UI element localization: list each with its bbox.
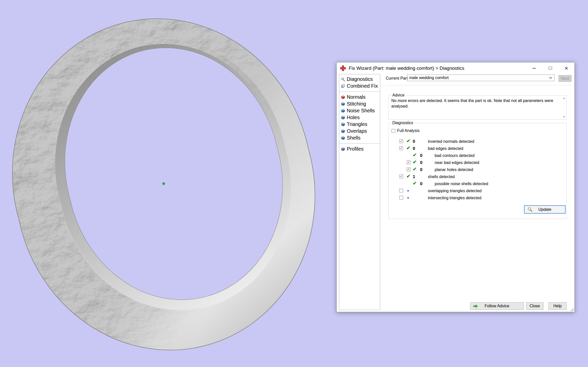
sidebar-item-noise-shells[interactable]: Noise Shells (339, 107, 380, 114)
sidebar-item-combined-fix[interactable]: Combined Fix (339, 83, 380, 89)
dialog-titlebar[interactable]: Fix Wizard (Part: male wedding comfort) … (337, 62, 574, 74)
row-label: intersecting triangles detected (428, 196, 481, 200)
minimize-button[interactable] (526, 62, 542, 74)
row-count: 0 (420, 153, 422, 158)
row-checkbox[interactable]: ✓ (399, 175, 403, 178)
row-checkbox[interactable] (399, 196, 403, 199)
update-button[interactable]: Update (524, 205, 566, 214)
diagnostic-row: overlapping triangles detected (397, 187, 561, 194)
row-label: possible noise shells detected (435, 182, 488, 186)
close-button[interactable]: × (558, 62, 574, 74)
sidebar-item-label: Stitching (347, 101, 366, 107)
sidebar-item-label: Combined Fix (347, 83, 378, 89)
sidebar-item-label: Diagnostics (347, 76, 373, 82)
row-label: overlapping triangles detected (428, 189, 481, 193)
green-check-icon: ✔ (413, 181, 417, 186)
row-checkbox[interactable]: ✓ (407, 168, 410, 171)
close-dialog-button[interactable]: Close (526, 302, 543, 310)
fix-wizard-dialog: Fix Wizard (Part: male wedding comfort) … (336, 62, 575, 312)
chevron-down-icon (549, 77, 552, 79)
sidebar-item-shells[interactable]: Shells (339, 135, 380, 141)
fix-wizard-cross-icon (340, 65, 346, 72)
row-checkbox[interactable]: ✓ (399, 146, 403, 150)
sidebar-item-diagnostics[interactable]: Diagnostics (339, 76, 380, 83)
sidebar-item-profiles[interactable]: Profiles (339, 146, 380, 152)
diagnostic-row: ✔0possible noise shells detected (397, 180, 561, 187)
help-button[interactable]: Help (548, 302, 567, 310)
advice-group: Advice No more errors are detected. It s… (388, 95, 567, 120)
resize-grip[interactable] (570, 307, 574, 311)
row-checkbox[interactable] (399, 189, 403, 192)
cube-icon (341, 147, 345, 151)
minimize-icon (532, 68, 536, 69)
magnifier-icon (341, 77, 345, 81)
sidebar-item-label: Noise Shells (347, 108, 375, 114)
maximize-button[interactable] (542, 62, 558, 74)
full-analysis-checkbox[interactable] (392, 129, 395, 133)
maximize-icon (549, 67, 552, 70)
advice-text: No more errors are detected. It seems th… (391, 98, 558, 109)
sidebar-item-label: Shells (347, 135, 360, 141)
sidebar-item-triangles[interactable]: Triangles (339, 121, 380, 128)
green-check-icon: ✔ (413, 152, 417, 158)
row-checkbox[interactable]: ✓ (407, 160, 410, 164)
follow-advice-button[interactable]: Follow Advice (470, 302, 524, 310)
current-part-label: Current Part: (386, 76, 409, 81)
blue-dot-icon (407, 190, 409, 191)
full-analysis-label: Full Analysis (397, 128, 420, 133)
row-count: 0 (420, 160, 422, 165)
green-arrow-icon (473, 304, 478, 308)
cube-icon (341, 109, 345, 113)
green-check-icon: ✔ (406, 145, 410, 151)
diagnostic-row: ✔0bad contours detected (397, 152, 561, 159)
sidebar-item-label: Normals (347, 94, 365, 100)
row-label: shells detected (428, 175, 455, 179)
scroll-down-icon[interactable]: ▼ (563, 115, 565, 118)
scroll-up-icon[interactable]: ▲ (563, 97, 565, 99)
diagnostics-group: Diagnostics Full Analysis ✓✔0inverted no… (388, 123, 567, 219)
row-label: near bad edges detected (435, 160, 479, 165)
current-part-dropdown[interactable]: male wedding comfort (407, 75, 555, 81)
row-label: planar holes detected (435, 168, 473, 172)
sidebar-item-holes[interactable]: Holes (339, 114, 380, 121)
row-count: 0 (413, 139, 415, 144)
blue-dot-icon (407, 197, 409, 198)
current-part-value: male wedding comfort (409, 76, 449, 80)
separator (386, 85, 571, 85)
sidebar-item-normals[interactable]: Normals (339, 94, 380, 101)
cube-icon (341, 129, 345, 133)
diagnostic-row: ✓✔0inverted normals detected (397, 138, 561, 145)
sidebar-item-label: Triangles (347, 121, 367, 127)
full-analysis-option[interactable]: Full Analysis (392, 128, 420, 133)
cube-icon (341, 102, 345, 106)
diagnostic-row: ✓✔0planar holes detected (397, 166, 561, 173)
next-button[interactable]: Next (559, 75, 572, 82)
sidebar-item-overlaps[interactable]: Overlaps (339, 128, 380, 135)
sidebar-separator (339, 143, 380, 144)
sidebar-item-label: Profiles (347, 146, 364, 152)
follow-advice-label: Follow Advice (485, 304, 509, 308)
green-check-icon: ✔ (413, 159, 417, 165)
row-count: 1 (413, 174, 415, 179)
green-check-icon: ✔ (406, 138, 410, 144)
cube-icon (341, 116, 345, 120)
green-check-icon: ✔ (406, 174, 410, 179)
sidebar-item-label: Overlaps (347, 128, 367, 134)
magnifier-icon (527, 207, 533, 212)
stack-icon (341, 84, 345, 88)
diagnostic-row: ✓✔0near bad edges detected (397, 159, 561, 166)
green-check-icon: ✔ (413, 166, 417, 172)
sidebar-item-stitching[interactable]: Stitching (339, 101, 380, 107)
row-label: bad contours detected (435, 153, 474, 158)
row-checkbox[interactable]: ✓ (399, 139, 403, 143)
diagnostics-rows: ✓✔0inverted normals detected✓✔0bad edges… (397, 138, 561, 202)
cube-icon (341, 136, 345, 140)
advice-group-label: Advice (391, 93, 406, 97)
row-count: 0 (420, 167, 422, 172)
cube-icon (341, 122, 345, 126)
window-controls: × (526, 62, 574, 74)
sidebar-separator (339, 91, 380, 92)
close-icon: × (565, 65, 568, 71)
diagnostic-row: intersecting triangles detected (397, 194, 561, 202)
sidebar-item-label: Holes (347, 115, 360, 120)
